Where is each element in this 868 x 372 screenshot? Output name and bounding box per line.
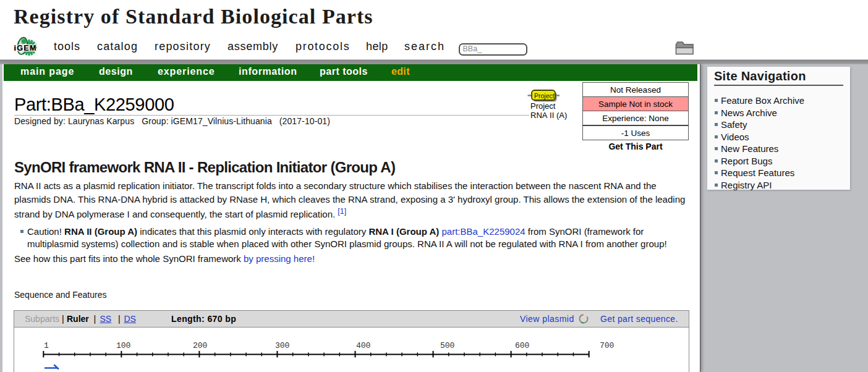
- svg-text:iGEM: iGEM: [14, 44, 37, 53]
- svg-text:Project: Project: [534, 92, 555, 99]
